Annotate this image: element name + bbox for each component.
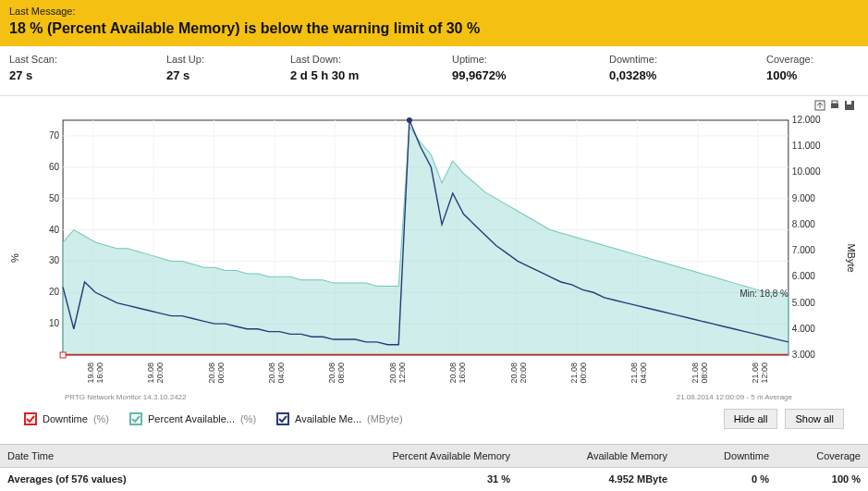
svg-text:20:00: 20:00 — [519, 362, 528, 383]
chart-footer-right: 21.08.2014 12:00:09 - 5 m Average — [677, 393, 792, 401]
svg-text:7.000: 7.000 — [792, 245, 816, 255]
show-all-button[interactable]: Show all — [785, 409, 844, 429]
svg-text:60: 60 — [49, 162, 60, 172]
chart-footer-left: PRTG Network Monitor 14.3.10.2422 — [65, 393, 186, 401]
svg-text:21.08: 21.08 — [691, 362, 700, 383]
y-right-axis-label: MByte — [846, 243, 857, 272]
export-icon[interactable] — [814, 100, 825, 111]
svg-text:8.000: 8.000 — [792, 219, 816, 229]
checkbox-icon[interactable] — [129, 412, 142, 425]
print-icon[interactable] — [829, 100, 840, 111]
stat-last-down: Last Down: 2 d 5 h 30 m — [290, 54, 452, 82]
svg-text:20:00: 20:00 — [155, 362, 165, 383]
svg-text:20.08: 20.08 — [267, 362, 276, 383]
svg-text:08:00: 08:00 — [700, 362, 709, 383]
stat-last-up: Last Up: 27 s — [166, 54, 290, 82]
svg-text:19.08: 19.08 — [86, 362, 95, 383]
stat-uptime: Uptime: 99,9672% — [452, 54, 609, 82]
svg-text:70: 70 — [49, 130, 60, 141]
stat-last-scan: Last Scan: 27 s — [9, 54, 166, 82]
svg-point-66 — [407, 117, 412, 123]
checkbox-icon[interactable] — [276, 412, 289, 425]
svg-text:16:00: 16:00 — [458, 362, 467, 383]
svg-text:6.000: 6.000 — [792, 271, 816, 281]
svg-text:10: 10 — [49, 318, 60, 328]
legend-available-memory[interactable]: Available Me... (MByte) — [276, 412, 402, 425]
svg-text:20.08: 20.08 — [448, 362, 458, 383]
svg-text:08:00: 08:00 — [336, 362, 346, 383]
svg-text:4.000: 4.000 — [792, 324, 816, 334]
header-downtime[interactable]: Downtime — [675, 445, 776, 468]
cell-pam: 31 % — [287, 468, 518, 491]
warning-message: 18 % (Percent Available Memory) is below… — [9, 20, 859, 37]
header-am[interactable]: Available Memory — [518, 445, 675, 468]
header-coverage[interactable]: Coverage — [776, 445, 868, 468]
svg-rect-1 — [831, 104, 838, 108]
legend-row: Downtime (%) Percent Available... (%) Av… — [11, 401, 857, 436]
svg-text:11.000: 11.000 — [792, 141, 821, 151]
header-datetime[interactable]: Date Time — [0, 445, 287, 468]
legend-percent-available[interactable]: Percent Available... (%) — [129, 412, 256, 425]
svg-text:21.08: 21.08 — [751, 362, 760, 383]
cell-downtime: 0 % — [675, 468, 776, 491]
svg-text:04:00: 04:00 — [639, 362, 648, 383]
checkbox-icon[interactable] — [24, 412, 37, 425]
svg-text:21.08: 21.08 — [630, 362, 639, 383]
svg-text:19.08: 19.08 — [146, 362, 155, 383]
y-left-axis-label: % — [9, 253, 20, 263]
svg-text:21.08: 21.08 — [569, 362, 579, 383]
table-row: Averages (of 576 values) 31 % 4.952 MByt… — [0, 468, 868, 491]
svg-text:12:00: 12:00 — [760, 362, 769, 383]
svg-text:00:00: 00:00 — [579, 362, 588, 383]
stat-downtime: Downtime: 0,0328% — [609, 54, 766, 82]
svg-rect-4 — [847, 101, 851, 104]
svg-text:3.000: 3.000 — [792, 350, 816, 360]
table-header-row: Date Time Percent Available Memory Avail… — [0, 445, 868, 468]
warning-banner: Last Message: 18 % (Percent Available Me… — [0, 0, 868, 46]
chart-annotation: Min: 18,8 % — [740, 288, 789, 299]
svg-text:50: 50 — [49, 193, 60, 203]
cell-am: 4.952 MByte — [518, 468, 675, 491]
chart-plot[interactable]: % MByte Min: 18,8 % 102030405060703.0004… — [31, 115, 829, 401]
hide-all-button[interactable]: Hide all — [724, 409, 778, 429]
chart-area: % MByte Min: 18,8 % 102030405060703.0004… — [0, 96, 868, 444]
save-icon[interactable] — [844, 100, 855, 111]
svg-text:5.000: 5.000 — [792, 298, 816, 308]
stats-row: Last Scan: 27 s Last Up: 27 s Last Down:… — [0, 46, 868, 96]
svg-rect-2 — [832, 101, 837, 104]
svg-text:10.000: 10.000 — [792, 166, 821, 177]
svg-text:9.000: 9.000 — [792, 193, 816, 203]
stat-coverage: Coverage: 100% — [766, 54, 859, 82]
svg-text:20.08: 20.08 — [207, 362, 216, 383]
summary-table: Date Time Percent Available Memory Avail… — [0, 444, 868, 490]
chart-toolbar — [814, 100, 855, 111]
svg-text:30: 30 — [49, 255, 60, 265]
cell-coverage: 100 % — [776, 468, 868, 491]
svg-text:16:00: 16:00 — [95, 362, 104, 383]
warning-label: Last Message: — [9, 6, 859, 17]
cell-datetime: Averages (of 576 values) — [0, 468, 287, 491]
svg-text:12.000: 12.000 — [792, 115, 821, 125]
svg-rect-68 — [60, 352, 66, 358]
svg-text:12:00: 12:00 — [397, 362, 407, 383]
svg-text:20.08: 20.08 — [327, 362, 336, 383]
header-pam[interactable]: Percent Available Memory — [287, 445, 518, 468]
svg-text:20.08: 20.08 — [509, 362, 519, 383]
svg-text:40: 40 — [49, 225, 60, 235]
svg-text:00:00: 00:00 — [216, 362, 226, 383]
svg-text:20: 20 — [49, 287, 60, 297]
legend-downtime[interactable]: Downtime (%) — [24, 412, 109, 425]
svg-text:04:00: 04:00 — [276, 362, 286, 383]
svg-text:20.08: 20.08 — [388, 362, 397, 383]
